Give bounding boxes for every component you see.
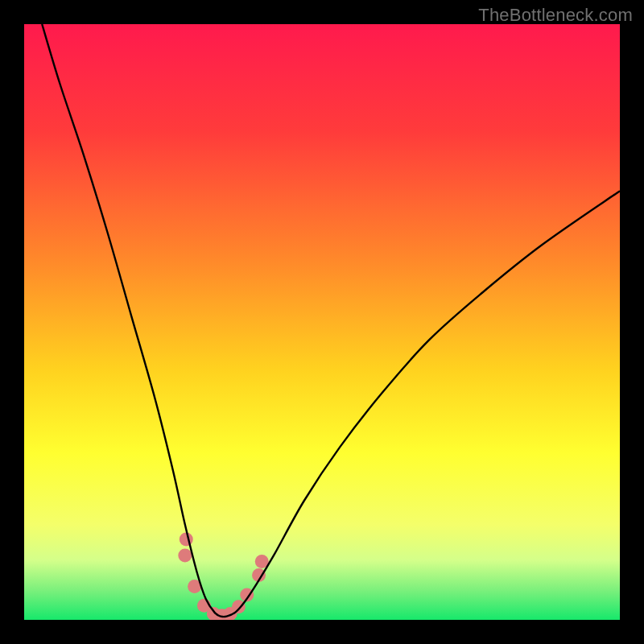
watermark-text: TheBottleneck.com [478,5,633,26]
plot-area [24,24,620,620]
valley-marker-dot [178,549,192,563]
chart-svg [24,24,620,620]
gradient-background [24,24,620,620]
valley-marker-dot [180,533,193,547]
chart-container: TheBottleneck.com [0,0,644,644]
